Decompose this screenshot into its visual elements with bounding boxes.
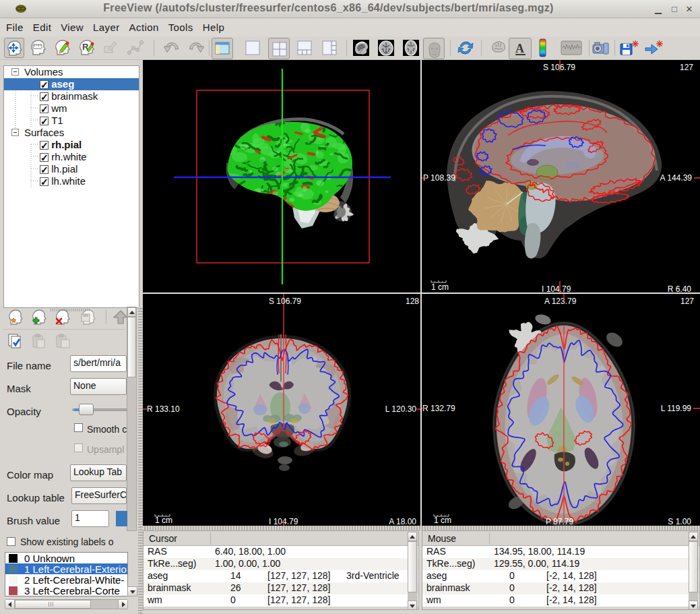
svg-text:127: 127 — [680, 297, 694, 306]
svg-text:P 108.39: P 108.39 — [423, 173, 455, 183]
svg-text:1 cm: 1 cm — [431, 282, 449, 292]
svg-text:127: 127 — [680, 63, 693, 72]
svg-text:R 6.40: R 6.40 — [668, 284, 692, 293]
svg-text:L 120.30: L 120.30 — [385, 404, 417, 414]
svg-text:A 144.39: A 144.39 — [660, 173, 693, 183]
svg-text:128: 128 — [406, 297, 419, 306]
svg-text:I 104.79: I 104.79 — [542, 284, 571, 293]
svg-text:R 133.10: R 133.10 — [147, 404, 180, 414]
svg-text:S 106.79: S 106.79 — [269, 297, 301, 306]
svg-text:A: A — [515, 42, 524, 55]
svg-text:A 123.79: A 123.79 — [544, 297, 577, 306]
svg-text:L 119.99: L 119.99 — [661, 404, 692, 413]
svg-text:A 18.00: A 18.00 — [389, 517, 416, 526]
svg-text:R 132.79: R 132.79 — [422, 404, 455, 413]
svg-text:1 cm: 1 cm — [155, 516, 172, 525]
svg-text:1 cm: 1 cm — [434, 516, 451, 525]
svg-text:P 87.79: P 87.79 — [546, 517, 573, 526]
svg-text:S 1.00: S 1.00 — [668, 517, 691, 526]
svg-text:S 106.79: S 106.79 — [543, 63, 575, 72]
